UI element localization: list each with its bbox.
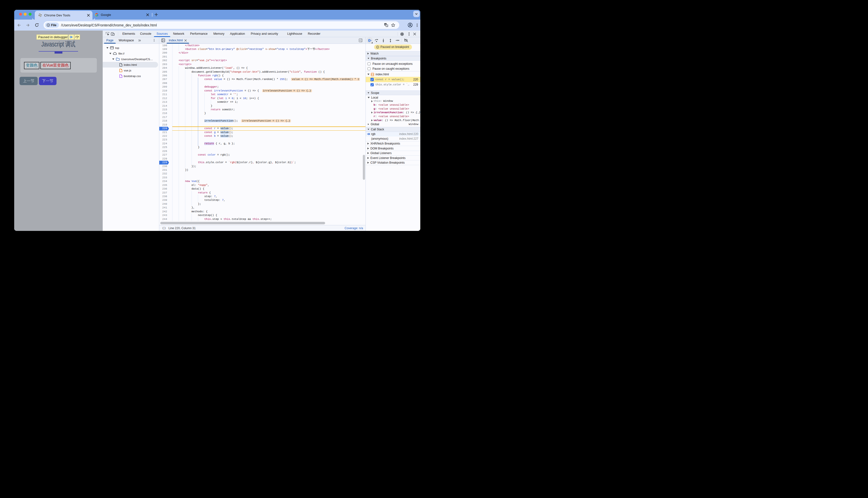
svg-text:文: 文 [386, 25, 388, 27]
